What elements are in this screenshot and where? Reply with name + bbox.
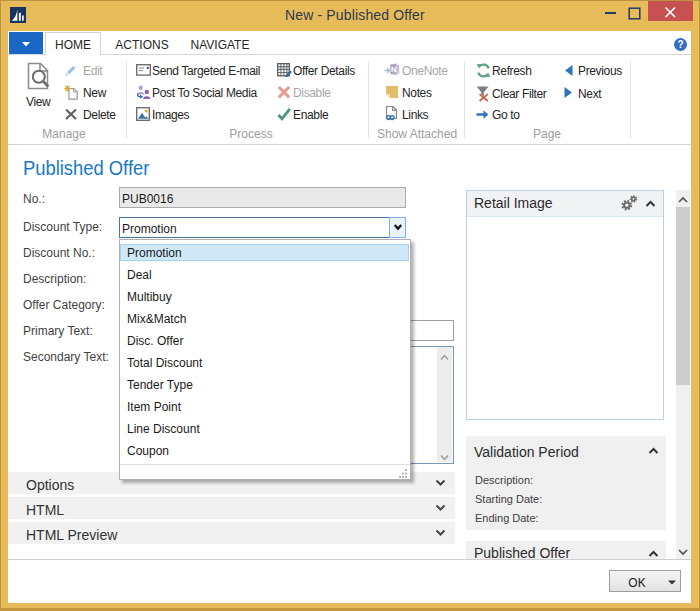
svg-text:N: N	[391, 65, 396, 74]
